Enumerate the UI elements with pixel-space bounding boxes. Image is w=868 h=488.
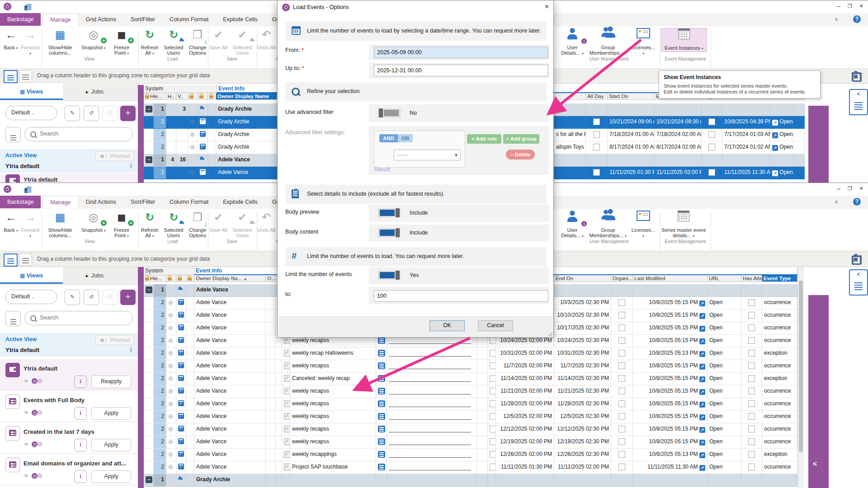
event-row[interactable]: 2◎Adele Vanceweekly recapss12/5/2025 02:…: [144, 411, 797, 423]
column-header[interactable]: End On: [554, 275, 611, 282]
dialog-close-icon[interactable]: ×: [545, 3, 549, 11]
open-url-link[interactable]: Open: [709, 388, 722, 394]
selected-users-button[interactable]: ↻Selected Users: [162, 28, 185, 56]
view-apply-button[interactable]: Apply: [91, 470, 131, 483]
row-checkbox[interactable]: [284, 375, 290, 382]
andor-chips[interactable]: ANDOR: [379, 134, 413, 142]
row-checkbox[interactable]: [284, 451, 290, 458]
event-row[interactable]: 2◎Adele Vanceweekly recapss11/7/2025 02:…: [144, 360, 797, 373]
open-url-link[interactable]: ↗: [699, 388, 705, 394]
column-header[interactable]: [208, 93, 216, 100]
collapse-group-icon[interactable]: –: [146, 106, 152, 113]
group-memberships-button[interactable]: Group Memberships... ▾: [587, 28, 629, 56]
open-url-link[interactable]: Open: [709, 426, 722, 432]
grid-layout-icon[interactable]: [4, 70, 18, 83]
ribbon-tab-manage[interactable]: Manage: [42, 13, 78, 26]
row-checkbox[interactable]: [284, 438, 290, 445]
collapse-group-icon[interactable]: –: [146, 476, 152, 483]
change-options-button[interactable]: ❐↓Change Options: [186, 211, 209, 238]
column-header[interactable]: System: [144, 85, 217, 93]
column-header[interactable]: Last Modified: [633, 275, 708, 282]
collapse-group-icon[interactable]: –: [146, 156, 152, 163]
column-header[interactable]: [186, 275, 194, 282]
collapse-group-icon[interactable]: –: [146, 286, 152, 293]
snapshot-button[interactable]: ◎+Snapshot ▾: [80, 211, 108, 234]
field-dropdown[interactable]: ------: [394, 150, 461, 160]
open-url-link[interactable]: ↗: [699, 350, 705, 356]
open-url-link[interactable]: ↗: [699, 362, 705, 369]
restore-button[interactable]: ❐: [844, 2, 856, 10]
open-url-link[interactable]: ↗: [699, 464, 705, 470]
column-header[interactable]: Hie...: [144, 275, 166, 282]
add-view-button[interactable]: +: [120, 106, 136, 121]
ribbon-tab-manage[interactable]: Manage: [42, 196, 78, 208]
view-reapply-button[interactable]: Reapply: [91, 375, 131, 388]
ribbon-tab-explode-cells[interactable]: Explode Cells: [216, 13, 264, 26]
trash-icon-grid-bottom[interactable]: [853, 255, 862, 264]
column-header[interactable]: Hie...: [144, 93, 166, 100]
freeze-point-button[interactable]: ◼+Freeze Point ▾: [108, 28, 135, 56]
view-info-button[interactable]: i: [74, 375, 87, 388]
column-header[interactable]: System: [144, 267, 194, 275]
ribbon-tab-backstage[interactable]: Backstage: [0, 196, 41, 208]
column-header[interactable]: O...: [266, 275, 276, 282]
open-url-link[interactable]: Open: [709, 464, 722, 470]
open-url-link[interactable]: ↗: [699, 426, 705, 432]
row-checkbox[interactable]: [284, 400, 290, 407]
selected-users-button[interactable]: ↻Selected Users: [162, 211, 185, 238]
star-icon[interactable]: ★: [24, 409, 32, 416]
refresh-all-button[interactable]: ↻Refresh All ▾: [138, 28, 161, 56]
column-header[interactable]: Event Type: [762, 275, 797, 282]
series-master-button[interactable]: Series master event details... ▾: [661, 211, 706, 239]
column-header[interactable]: [198, 93, 208, 100]
collapsed-panel-band-top[interactable]: [808, 106, 829, 183]
view-apply-button[interactable]: Apply: [91, 407, 131, 420]
grid-scrollbar[interactable]: [797, 267, 804, 488]
licenses-button[interactable]: Licenses... ▾: [630, 28, 656, 56]
ribbon-tab-column-format[interactable]: Column Format: [162, 196, 216, 208]
limit-count-input[interactable]: [374, 290, 548, 302]
eye-icon[interactable]: ⊙: [38, 441, 45, 447]
all-day-checkbox[interactable]: [593, 144, 600, 150]
ribbon-tab-grid-actions[interactable]: Grid Actions: [79, 196, 123, 208]
ribbon-tab-column-format[interactable]: Column Format: [162, 13, 216, 26]
open-url-link[interactable]: ↗: [699, 375, 705, 381]
column-header[interactable]: Organi...: [611, 275, 633, 282]
view-search-box[interactable]: [24, 311, 133, 325]
collapse-ribbon-icon[interactable]: ∧: [835, 199, 838, 205]
back-button[interactable]: ←Back ▾: [2, 211, 20, 234]
column-header[interactable]: All Day: [586, 93, 608, 100]
saved-view-item[interactable]: Events with Full Body★⊙iApply: [0, 391, 137, 422]
close-button[interactable]: ×: [855, 2, 867, 10]
event-row[interactable]: 2◎Adele Vanceweekly recappings12/26/2025…: [144, 449, 797, 461]
open-url-link[interactable]: Open: [709, 413, 722, 419]
upto-input[interactable]: [374, 65, 548, 76]
open-url-link[interactable]: ↗: [699, 324, 705, 331]
change-options-button[interactable]: ❐↓Change Options: [186, 28, 209, 56]
quick-access-dropdown-icon[interactable]: ▾: [25, 187, 28, 192]
show-hide-button[interactable]: ▦Show/Hide columns...: [42, 28, 79, 56]
event-row[interactable]: 2◎Adele Vanceweekly recapss12/12/2025 02…: [144, 423, 797, 436]
close-button[interactable]: ×: [855, 185, 867, 193]
open-url-link[interactable]: Open: [709, 451, 722, 457]
show-hide-button[interactable]: ▦Show/Hide columns...: [42, 211, 79, 238]
tab-jobs[interactable]: ► Jobs: [63, 267, 126, 284]
all-day-checkbox[interactable]: [593, 118, 600, 125]
limit-toggle[interactable]: [378, 271, 401, 280]
ribbon-tab-sort-filter[interactable]: Sort/Filter: [123, 196, 162, 208]
event-row[interactable]: 2◎Adele Vanceweekly recap Halloweens10/3…: [144, 347, 797, 360]
star-icon[interactable]: ★: [24, 472, 32, 479]
snapshot-button[interactable]: ◎+Snapshot ▾: [80, 28, 108, 51]
minimize-button[interactable]: –: [833, 2, 844, 10]
group-row[interactable]: –1Grady Archie: [144, 474, 797, 487]
open-url-link[interactable]: ↗: [699, 413, 705, 419]
ribbon-tab-explode-cells[interactable]: Explode Cells: [216, 196, 264, 208]
open-url-link[interactable]: ↗: [699, 299, 705, 305]
body-preview-toggle[interactable]: [378, 208, 401, 217]
licenses-button[interactable]: Licenses... ▾: [630, 211, 656, 239]
open-url-link[interactable]: ↗ Open: [772, 169, 793, 175]
row-checkbox[interactable]: [284, 362, 290, 369]
column-header[interactable]: [554, 93, 586, 100]
column-header[interactable]: V..: [176, 93, 188, 100]
saved-view-item[interactable]: Ytria default★⊙iReapply: [0, 359, 137, 390]
